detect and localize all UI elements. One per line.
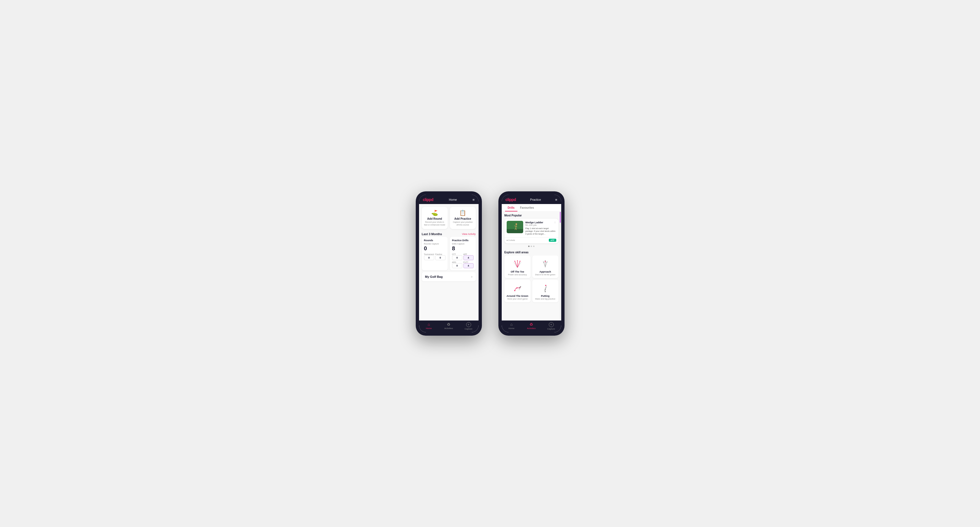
capture-plus-icon: +	[466, 322, 471, 327]
explore-section: Explore skill areas	[502, 249, 561, 303]
skill-card-around-the-green[interactable]: Around The Green Hone your short game	[504, 280, 531, 302]
ott-value: 0	[452, 255, 462, 260]
svg-point-2	[515, 223, 517, 225]
home-content: ⛳ Add Round Record your shots in fast or…	[419, 204, 479, 321]
my-golf-bag-label: My Golf Bag	[425, 275, 443, 278]
skill-card-off-the-tee[interactable]: Off The Tee Power and accuracy	[504, 256, 531, 278]
dot-2	[531, 246, 532, 247]
drill-thumbnail	[507, 221, 523, 233]
tournament-label: Tournament	[424, 253, 434, 255]
skill-card-putting[interactable]: Putting Make and lag practice	[532, 280, 558, 302]
practice-activities-nav-label: Activities	[527, 327, 536, 330]
tab-favourites[interactable]: Favourites	[517, 204, 537, 211]
practice-drills-title: Practice Drills	[452, 239, 474, 242]
skill-card-approach[interactable]: Approach Dial-in to hit the green	[532, 256, 558, 278]
most-popular-label: Most Popular	[504, 214, 558, 217]
nav-activities[interactable]: ♻ Activities	[439, 322, 459, 330]
practice-drills-box: Practice Drills Drills Capture 8 OTT 0 A…	[450, 237, 476, 270]
svg-point-30	[545, 288, 546, 289]
tournament-value: 0	[424, 255, 434, 260]
practice-home-nav-icon: ⌂	[510, 322, 512, 327]
approach-name: Approach	[539, 270, 551, 273]
svg-point-21	[546, 262, 547, 263]
putting-icon-area	[540, 283, 551, 294]
putt-item: PUTT 4	[463, 261, 474, 268]
off-the-tee-icon-area	[512, 258, 523, 269]
drill-shots: ● 9 shots	[507, 239, 515, 241]
putting-desc: Make and lag practice	[535, 298, 555, 300]
practice-title: Practice	[530, 198, 541, 201]
app-item: APP 4	[463, 253, 474, 260]
drill-card-top: Wedge Ladder 50–100 yds ☆ Play 1 shot at…	[504, 219, 558, 237]
tournament-item: Tournament 0	[424, 253, 434, 260]
nav-capture[interactable]: + Capture	[459, 322, 479, 330]
practice-rounds-label: Practice	[435, 253, 445, 255]
my-golf-bag-row[interactable]: My Golf Bag ›	[422, 272, 476, 281]
tab-drills[interactable]: Drills	[505, 204, 517, 211]
carousel-dots	[504, 244, 558, 248]
around-the-green-desc: Hone your short game	[507, 298, 528, 300]
app-logo: clippd	[423, 197, 433, 202]
practice-capture-nav-label: Capture	[547, 328, 555, 330]
drill-name-row: Wedge Ladder 50–100 yds ☆	[525, 221, 556, 227]
svg-point-31	[545, 285, 546, 286]
home-header: clippd Home ≡	[419, 195, 479, 204]
drill-info: Wedge Ladder 50–100 yds ☆ Play 1 shot at…	[525, 221, 556, 235]
add-round-desc: Record your shots in fast or enhanced mo…	[424, 221, 445, 226]
add-practice-desc: Capture your practice off-the-course	[452, 221, 474, 226]
putt-value: 4	[463, 263, 474, 268]
rounds-sub-grid: Tournament 0 Practice 0	[424, 253, 445, 260]
svg-point-24	[514, 290, 515, 291]
ott-item: OTT 0	[452, 253, 462, 260]
add-practice-card[interactable]: 📋 Add Practice Capture your practice off…	[450, 207, 476, 229]
nav-home[interactable]: ⌂ Home	[419, 322, 439, 330]
last3months-header: Last 3 Months View Activity	[419, 231, 479, 237]
action-cards: ⛳ Add Round Record your shots in fast or…	[419, 204, 479, 231]
drill-footer: ● 9 shots APP	[504, 237, 558, 243]
practice-capture-plus-icon: +	[549, 322, 554, 327]
last3months-title: Last 3 Months	[422, 232, 442, 236]
practice-nav-capture[interactable]: + Capture	[541, 322, 561, 330]
svg-point-27	[520, 286, 521, 287]
arg-value: 0	[452, 263, 462, 268]
drill-name: Wedge Ladder 50–100 yds	[525, 221, 543, 227]
add-practice-title: Add Practice	[454, 217, 471, 220]
drills-capture-label: Drills Capture	[452, 243, 474, 245]
scroll-track	[560, 212, 561, 321]
practice-menu-icon[interactable]: ≡	[555, 198, 557, 202]
skill-grid: Off The Tee Power and accuracy	[504, 256, 558, 302]
practice-rounds-value: 0	[435, 255, 445, 260]
app-label: APP	[463, 253, 474, 255]
add-practice-icon: 📋	[459, 210, 466, 216]
wedge-ladder-card[interactable]: Wedge Ladder 50–100 yds ☆ Play 1 shot at…	[504, 219, 558, 243]
practice-content: Most Popular	[502, 212, 561, 321]
drills-value: 8	[452, 245, 474, 252]
activities-nav-label: Activities	[444, 327, 453, 330]
explore-label: Explore skill areas	[504, 251, 558, 254]
add-round-card[interactable]: ⛳ Add Round Record your shots in fast or…	[422, 207, 448, 229]
ott-label: OTT	[452, 253, 462, 255]
home-title: Home	[449, 198, 457, 201]
off-the-tee-icon	[512, 259, 523, 269]
practice-activities-nav-icon: ♻	[530, 322, 533, 327]
activities-nav-icon: ♻	[447, 322, 450, 327]
favourite-star-icon[interactable]: ☆	[554, 221, 556, 224]
scroll-thumb	[560, 212, 561, 223]
chevron-right-icon: ›	[471, 275, 473, 279]
approach-icon-area	[540, 258, 551, 269]
around-the-green-name: Around The Green	[507, 295, 528, 297]
home-nav-label: Home	[426, 327, 432, 330]
practice-home-nav-label: Home	[509, 327, 514, 330]
svg-point-22	[545, 260, 546, 261]
putting-icon	[540, 283, 550, 293]
practice-nav-activities[interactable]: ♻ Activities	[522, 322, 541, 330]
svg-point-26	[519, 287, 520, 288]
menu-icon[interactable]: ≡	[473, 198, 475, 202]
view-activity-link[interactable]: View Activity	[462, 233, 476, 235]
around-the-green-icon	[512, 283, 523, 293]
rounds-title: Rounds	[424, 239, 445, 242]
rounds-value: 0	[424, 245, 445, 252]
off-the-tee-desc: Power and accuracy	[508, 273, 527, 276]
stats-container: Rounds Rounds Capture 0 Tournament 0 Pra…	[419, 237, 479, 272]
practice-nav-home[interactable]: ⌂ Home	[502, 322, 522, 330]
